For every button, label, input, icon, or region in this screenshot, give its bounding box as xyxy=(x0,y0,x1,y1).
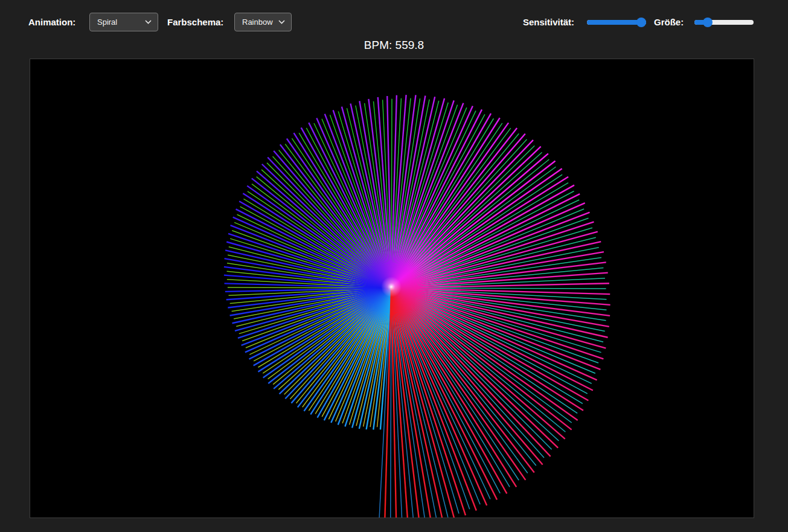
size-label: Größe: xyxy=(654,18,684,27)
farbschema-label: Farbschema: xyxy=(167,18,223,27)
size-slider-thumb[interactable] xyxy=(703,18,713,27)
spiral-visualization xyxy=(30,59,754,518)
bpm-readout: BPM: 559.8 xyxy=(0,39,788,52)
visualizer-canvas[interactable] xyxy=(30,59,754,518)
animation-select[interactable]: Spiral xyxy=(89,13,158,31)
chevron-down-icon xyxy=(145,20,152,24)
chevron-down-icon xyxy=(278,20,285,24)
sensitivity-slider[interactable] xyxy=(587,18,646,27)
sensitivity-slider-thumb[interactable] xyxy=(636,18,646,27)
animation-label: Animation: xyxy=(28,18,75,27)
farbschema-select[interactable]: Rainbow xyxy=(234,13,292,31)
animation-select-value: Spiral xyxy=(97,18,117,27)
farbschema-select-value: Rainbow xyxy=(242,18,273,27)
size-slider[interactable] xyxy=(694,18,754,27)
sensitivity-label: Sensitivität: xyxy=(523,18,574,27)
